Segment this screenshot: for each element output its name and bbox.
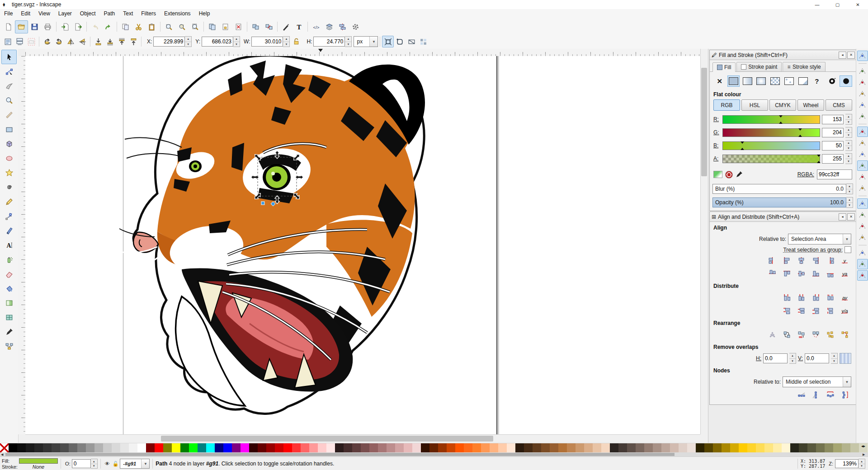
palette-swatch[interactable] bbox=[730, 443, 739, 453]
rgba-input[interactable] bbox=[817, 169, 852, 179]
create-clone[interactable] bbox=[219, 20, 232, 33]
raise-to-top[interactable] bbox=[127, 36, 139, 47]
distribute-gaps-horizontal[interactable] bbox=[823, 291, 837, 304]
tab-stroke-style[interactable]: ≣Stroke style bbox=[783, 62, 825, 71]
hscroll-thumb[interactable] bbox=[161, 436, 493, 442]
palette-swatch[interactable] bbox=[301, 443, 309, 453]
snap-bbox-centers[interactable] bbox=[857, 111, 868, 122]
ungroup[interactable] bbox=[262, 20, 275, 33]
close-button[interactable]: ✕ bbox=[848, 0, 868, 9]
snap-paths[interactable] bbox=[857, 138, 868, 148]
align-right-to-left-anchor[interactable] bbox=[765, 254, 779, 267]
v-gap-input[interactable] bbox=[805, 353, 829, 363]
align-bottom-edges[interactable] bbox=[809, 268, 822, 280]
palette-swatch[interactable] bbox=[782, 443, 790, 453]
palette-swatch[interactable] bbox=[524, 443, 533, 453]
slider-spinner[interactable]: ▲▼ bbox=[845, 140, 852, 151]
palette-swatch[interactable] bbox=[266, 443, 275, 453]
snap-page-border[interactable] bbox=[857, 248, 868, 258]
palette-swatch[interactable] bbox=[747, 443, 756, 453]
palette-swatch[interactable] bbox=[533, 443, 541, 453]
palette-swatch[interactable] bbox=[94, 443, 103, 453]
palette-swatch[interactable] bbox=[739, 443, 747, 453]
palette-swatch[interactable] bbox=[9, 443, 17, 453]
colour-slider-track[interactable] bbox=[722, 141, 820, 150]
layer-visibility-icon[interactable]: 👁 bbox=[105, 461, 110, 466]
spray-tool[interactable] bbox=[1, 252, 17, 267]
paint-flat-colour[interactable] bbox=[727, 75, 740, 87]
slider-spinner[interactable]: ▲▼ bbox=[845, 127, 852, 138]
palette-swatch[interactable] bbox=[112, 443, 120, 453]
palette-swatch[interactable] bbox=[275, 443, 283, 453]
slider-value-input[interactable] bbox=[822, 115, 844, 124]
palette-swatch[interactable] bbox=[52, 443, 60, 453]
panel-close-icon[interactable]: ✕ bbox=[847, 52, 855, 59]
palette-swatch[interactable] bbox=[850, 443, 859, 453]
palette-swatch[interactable] bbox=[69, 443, 77, 453]
paint-pattern[interactable] bbox=[769, 75, 782, 87]
palette-swatch[interactable] bbox=[790, 443, 799, 453]
palette-swatch[interactable] bbox=[842, 443, 850, 453]
menu-edit[interactable]: Edit bbox=[17, 9, 34, 19]
mesh-tool[interactable] bbox=[1, 310, 17, 324]
undo[interactable] bbox=[89, 20, 102, 33]
palette-swatch[interactable] bbox=[378, 443, 387, 453]
palette-swatch[interactable] bbox=[687, 443, 696, 453]
spiral-tool[interactable] bbox=[1, 180, 17, 194]
palette-swatch[interactable] bbox=[773, 443, 782, 453]
box3d-tool[interactable] bbox=[1, 136, 17, 151]
vertical-ruler[interactable] bbox=[18, 56, 26, 434]
fill-rule-evenodd[interactable] bbox=[840, 75, 852, 87]
align-left-to-right-anchor[interactable] bbox=[823, 254, 837, 267]
menu-object[interactable]: Object bbox=[76, 9, 100, 19]
palette-swatch[interactable] bbox=[155, 443, 163, 453]
lock-ratio-icon[interactable] bbox=[292, 38, 300, 46]
rearrange-unclump[interactable] bbox=[838, 329, 851, 341]
rectangle-tool[interactable] bbox=[1, 122, 17, 136]
palette-swatch[interactable] bbox=[541, 443, 550, 453]
ellipse-tool[interactable] bbox=[1, 151, 17, 165]
palette-swatch[interactable] bbox=[679, 443, 687, 453]
opacity-slider[interactable]: Opacity (%) 100.0 bbox=[712, 197, 846, 207]
mode-cmyk[interactable]: CMYK bbox=[769, 99, 796, 111]
tab-stroke-paint[interactable]: Stroke paint bbox=[736, 62, 782, 71]
rearrange-exchange-clockwise[interactable] bbox=[809, 329, 822, 341]
snap-global[interactable] bbox=[857, 51, 868, 61]
palette-swatch[interactable] bbox=[429, 443, 438, 453]
distribute-text-vertical[interactable]: y/a bbox=[838, 305, 851, 317]
rotate-ccw[interactable] bbox=[41, 36, 53, 47]
palette-swatch[interactable] bbox=[455, 443, 464, 453]
group[interactable] bbox=[249, 20, 262, 33]
palette-swatch[interactable] bbox=[172, 443, 180, 453]
horizontal-ruler[interactable] bbox=[25, 49, 700, 56]
rearrange-randomize[interactable] bbox=[823, 329, 837, 341]
align-bottom-to-top-anchor[interactable] bbox=[765, 268, 779, 280]
panel-collapse-button[interactable]: ◂ bbox=[839, 52, 846, 59]
distribute-right-edges[interactable] bbox=[809, 291, 822, 304]
palette-swatch[interactable] bbox=[86, 443, 94, 453]
palette-swatch[interactable] bbox=[472, 443, 481, 453]
palette-swatch[interactable] bbox=[696, 443, 704, 453]
colour-slider-track[interactable] bbox=[722, 155, 820, 163]
palette-swatch[interactable] bbox=[292, 443, 301, 453]
stroke-value[interactable]: None bbox=[19, 464, 58, 470]
save-document[interactable] bbox=[28, 20, 41, 33]
palette-swatch[interactable] bbox=[464, 443, 472, 453]
tiger-drawing[interactable] bbox=[114, 56, 441, 419]
align-center-horizontal[interactable] bbox=[794, 268, 808, 280]
open-document[interactable] bbox=[15, 20, 28, 33]
palette-swatch[interactable] bbox=[137, 443, 146, 453]
palette-swatch[interactable] bbox=[146, 443, 155, 453]
palette-scroll-right-icon[interactable]: ▶ bbox=[863, 452, 865, 456]
align-center-vertical[interactable] bbox=[794, 254, 808, 267]
palette-swatch[interactable] bbox=[103, 443, 112, 453]
distribute-left-edges[interactable] bbox=[780, 291, 793, 304]
align-top-edges[interactable] bbox=[780, 268, 793, 280]
node-align-vertical[interactable] bbox=[809, 389, 822, 401]
palette-swatch[interactable] bbox=[395, 443, 404, 453]
palette-swatch[interactable] bbox=[369, 443, 378, 453]
palette-swatch[interactable] bbox=[447, 443, 455, 453]
colour-picker-dropper-icon[interactable] bbox=[736, 171, 743, 178]
palette-swatch[interactable] bbox=[515, 443, 524, 453]
unset-paint-icon[interactable] bbox=[725, 171, 733, 179]
